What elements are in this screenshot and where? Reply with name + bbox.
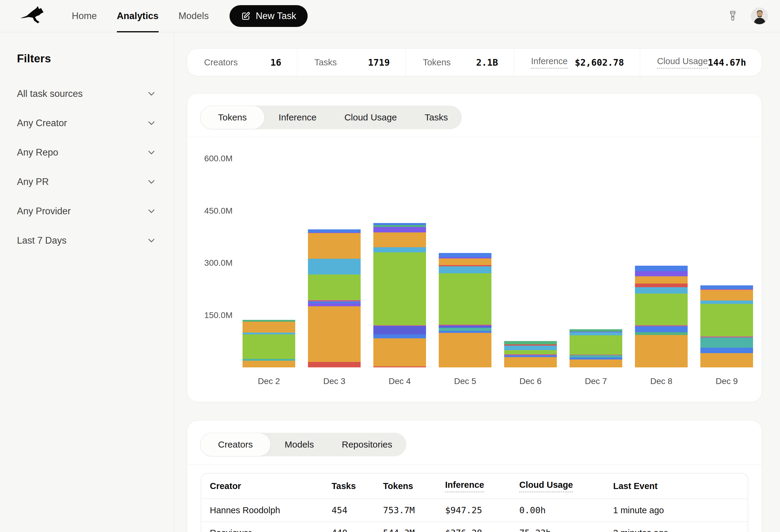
stacked-bar-dec-5[interactable] <box>439 253 491 367</box>
bar-column: Dec 6 <box>504 144 557 367</box>
stats-bar: Creators 16 Tasks 1719 Tokens 2.1B Infer… <box>187 48 762 76</box>
stacked-bar-dec-8[interactable] <box>635 266 688 367</box>
bar-segment-royalblue <box>700 285 753 289</box>
stacked-bar-dec-6[interactable] <box>504 341 557 367</box>
kangaroo-logo[interactable] <box>19 5 48 27</box>
chevron-down-icon <box>147 178 156 186</box>
filter-repo[interactable]: Any Repo <box>17 138 156 167</box>
filter-creator[interactable]: Any Creator <box>17 108 156 138</box>
bar-column: Dec 8 <box>635 144 688 367</box>
bar-segment-green <box>439 273 491 325</box>
stacked-bar-dec-3[interactable] <box>308 229 360 367</box>
stat-value: $2,602.78 <box>575 57 624 68</box>
filters-title: Filters <box>17 52 156 65</box>
stat-label[interactable]: Inference <box>531 56 568 69</box>
table-row[interactable]: Rooviewer 440 544.3M $376.28 75.23h 3 mi… <box>201 521 747 532</box>
filter-date-range[interactable]: Last 7 Days <box>17 226 156 255</box>
stat-creators: Creators 16 <box>187 49 297 76</box>
col-cloud-usage[interactable]: Cloud Usage <box>519 480 613 492</box>
x-tick-label: Dec 8 <box>635 376 688 386</box>
bar-segment-purple <box>635 271 688 276</box>
user-avatar[interactable] <box>751 8 768 24</box>
chevron-down-icon <box>147 236 156 245</box>
cell-last-event: 3 minutes ago <box>613 528 739 532</box>
creators-table: Creator Tasks Tokens Inference Cloud Usa… <box>201 473 748 532</box>
chevron-down-icon <box>147 148 156 157</box>
tab-inference[interactable]: Inference <box>264 106 330 129</box>
flashlight-icon[interactable] <box>726 9 739 23</box>
filter-provider[interactable]: Any Provider <box>17 197 156 226</box>
x-tick-label: Dec 7 <box>570 376 622 386</box>
bar-column: Dec 2 <box>243 144 295 367</box>
bar-segment-orange <box>439 258 491 265</box>
bar-segment-royalblue <box>439 331 491 333</box>
stacked-bar-dec-4[interactable] <box>373 223 426 367</box>
cell-creator: Hannes Roodolph <box>210 506 332 515</box>
stat-label: Tokens <box>423 57 450 67</box>
bar-segment-royalblue <box>570 357 622 360</box>
bar-column: Dec 5 <box>439 144 491 367</box>
bar-segment-royalblue <box>439 253 491 257</box>
cell-tokens: 544.3M <box>383 528 445 532</box>
square-pen-icon <box>241 11 251 21</box>
main-content: Creators 16 Tasks 1719 Tokens 2.1B Infer… <box>174 33 780 532</box>
y-tick-label: 450.0M <box>200 206 233 216</box>
divider <box>187 465 762 465</box>
cell-inference: $376.28 <box>445 528 519 532</box>
bar-column: Dec 3 <box>308 144 360 367</box>
tab-repositories[interactable]: Repositories <box>328 433 406 456</box>
nav-home[interactable]: Home <box>62 0 107 32</box>
bar-segment-red <box>373 367 426 367</box>
bar-segment-orange <box>700 353 753 367</box>
bar-segment-seagreen <box>635 332 688 335</box>
bar-segment-orange <box>308 233 360 259</box>
x-tick-label: Dec 3 <box>308 376 360 386</box>
new-task-button[interactable]: New Task <box>230 5 308 27</box>
nav-models[interactable]: Models <box>169 0 219 32</box>
bar-segment-royalblue <box>308 302 360 304</box>
stat-tokens: Tokens 2.1B <box>405 49 514 76</box>
col-last-event: Last Event <box>613 481 739 491</box>
bar-segment-royalblue <box>635 266 688 271</box>
stat-label: Creators <box>204 57 238 67</box>
new-task-label: New Task <box>255 11 296 21</box>
stat-label[interactable]: Cloud Usage <box>657 56 708 69</box>
bar-segment-skyblue <box>635 287 688 294</box>
bar-segment-teal <box>439 328 491 331</box>
filter-pr[interactable]: Any PR <box>17 167 156 197</box>
stacked-bar-dec-7[interactable] <box>570 329 622 367</box>
filters-sidebar: Filters All task sources Any Creator Any… <box>0 33 174 532</box>
table-row[interactable]: Hannes Roodolph 454 753.7M $947.25 0.00h… <box>201 499 747 521</box>
breakdown-tabs: Creators Models Repositories <box>200 433 406 456</box>
filter-label: Any PR <box>17 176 49 187</box>
chevron-down-icon <box>147 207 156 215</box>
bar-segment-green <box>308 274 360 300</box>
bar-column: Dec 9 <box>700 144 753 367</box>
stacked-bar-dec-2[interactable] <box>243 320 295 367</box>
tab-cloud-usage[interactable]: Cloud Usage <box>330 106 410 129</box>
col-tasks: Tasks <box>332 481 383 491</box>
filter-label: All task sources <box>17 88 83 99</box>
tab-models[interactable]: Models <box>271 433 328 456</box>
cell-tasks: 440 <box>332 528 383 532</box>
filter-task-sources[interactable]: All task sources <box>17 79 156 108</box>
filter-label: Last 7 Days <box>17 235 66 246</box>
stacked-bar-dec-9[interactable] <box>700 285 753 367</box>
bar-segment-orange <box>700 290 753 301</box>
bar-segment-orange <box>243 361 295 367</box>
filter-label: Any Provider <box>17 206 70 217</box>
col-inference[interactable]: Inference <box>445 480 519 492</box>
x-tick-label: Dec 6 <box>504 376 557 386</box>
bar-segment-green <box>504 350 557 355</box>
bar-segment-red <box>308 362 360 367</box>
app-header: Home Analytics Models New Task <box>0 0 780 33</box>
bar-segment-orange <box>504 357 557 368</box>
bar-segment-green <box>635 294 688 325</box>
cell-cloud-usage: 75.23h <box>519 528 613 532</box>
tab-tokens[interactable]: Tokens <box>200 106 264 129</box>
bar-segment-purple <box>373 227 426 232</box>
y-tick-label: 150.0M <box>200 311 233 320</box>
nav-analytics[interactable]: Analytics <box>107 0 169 32</box>
tab-tasks[interactable]: Tasks <box>411 106 462 129</box>
tab-creators[interactable]: Creators <box>200 433 271 456</box>
